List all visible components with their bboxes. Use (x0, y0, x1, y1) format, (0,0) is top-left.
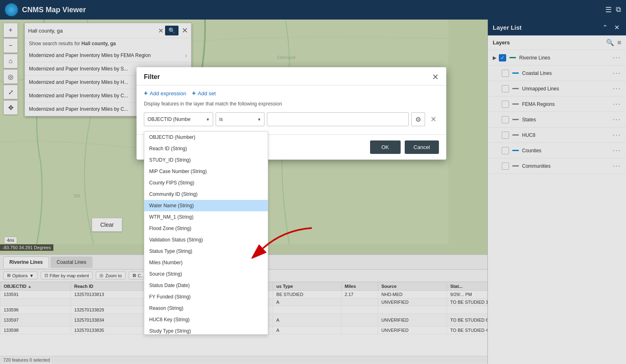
dropdown-item-objectid[interactable]: OBJECTID (Number) (144, 132, 268, 143)
field-select-wrapper: OBJECTID (Numbe (144, 112, 213, 126)
dialog-actions: + Add expression + Add set (137, 86, 446, 99)
dropdown-item-huc8-key[interactable]: HUC8 Key (String) (144, 314, 268, 325)
dialog-close-button[interactable]: ✕ (432, 73, 439, 81)
dropdown-item-miles[interactable]: Miles (Number) (144, 257, 268, 268)
expression-settings-button[interactable]: ⚙ (411, 112, 425, 126)
plus-set-icon: + (192, 90, 196, 97)
operator-select[interactable]: is (216, 112, 265, 126)
dropdown-item-source[interactable]: Source (String) (144, 268, 268, 280)
add-expression-button[interactable]: + Add expression (144, 90, 186, 97)
dialog-description: Display features in the layer that match… (137, 99, 446, 111)
dropdown-item-reach-id[interactable]: Reach ID (String) (144, 143, 268, 154)
dropdown-item-flood-zone[interactable]: Flood Zone (String) (144, 223, 268, 234)
operator-select-wrapper: is (216, 112, 265, 126)
filter-dialog: Filter ✕ + Add expression + Add set Disp… (137, 67, 446, 160)
plus-icon: + (144, 90, 148, 97)
dropdown-item-wtr-nm1[interactable]: WTR_NM_1 (String) (144, 211, 268, 223)
cancel-button[interactable]: Cancel (405, 140, 439, 154)
dialog-header: Filter ✕ (137, 67, 446, 86)
dropdown-item-reason[interactable]: Reason (String) (144, 303, 268, 314)
dropdown-item-validation-status[interactable]: Validation Status (String) (144, 234, 268, 246)
add-set-button[interactable]: + Add set (192, 90, 216, 97)
dropdown-item-county-fips[interactable]: County FIPS (String) (144, 177, 268, 189)
dropdown-item-study-type[interactable]: Study Type (String) (144, 325, 268, 335)
field-dropdown: OBJECTID (Number) Reach ID (String) STUD… (144, 131, 268, 335)
dialog-title: Filter (144, 73, 160, 81)
ok-button[interactable]: OK (370, 140, 401, 154)
expression-remove-button[interactable]: ✕ (428, 114, 439, 125)
add-expression-label: Add expression (150, 90, 186, 96)
dialog-expression-row: OBJECTID (Numbe is ⚙ ✕ OBJECTID (Number)… (137, 111, 446, 131)
value-input[interactable] (267, 112, 409, 126)
add-set-label: Add set (198, 90, 216, 96)
dropdown-item-status-date[interactable]: Status Date (Date) (144, 280, 268, 291)
dropdown-item-community-id[interactable]: Community ID (String) (144, 189, 268, 200)
description-text: Display features in the layer that match… (144, 101, 282, 107)
dropdown-item-fy-funded[interactable]: FY Funded (String) (144, 291, 268, 303)
dropdown-item-status-type[interactable]: Status Type (String) (144, 246, 268, 257)
field-select[interactable]: OBJECTID (Numbe (144, 112, 213, 126)
dropdown-item-water-name[interactable]: Water Name (String) (144, 200, 268, 211)
dropdown-item-study-id[interactable]: STUDY_ID (String) (144, 154, 268, 166)
dropdown-item-mip-case[interactable]: MIP Case Number (String) (144, 166, 268, 177)
dialog-overlay: Filter ✕ + Add expression + Add set Disp… (0, 0, 626, 364)
